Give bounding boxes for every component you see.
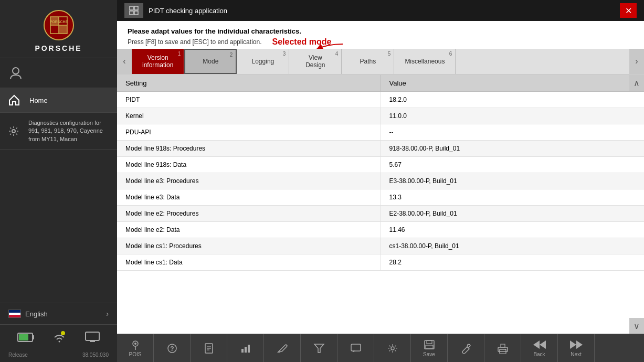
- toolbar-chat-btn[interactable]: [337, 334, 374, 362]
- tab-prev-btn[interactable]: ‹: [117, 49, 132, 74]
- home-nav-item[interactable]: Home: [0, 88, 117, 113]
- svg-point-21: [134, 343, 136, 345]
- svg-rect-37: [426, 345, 433, 348]
- setting-cell: Model line e2: Procedures: [117, 206, 381, 222]
- help-icon: ?: [166, 343, 178, 354]
- tab-miscellaneous[interactable]: 6 Miscellaneous: [394, 49, 456, 74]
- tab-next-btn[interactable]: ›: [629, 49, 644, 74]
- tab-view-design[interactable]: 4 ViewDesign: [289, 49, 342, 74]
- svg-rect-10: [33, 335, 34, 339]
- user-section: [0, 58, 117, 88]
- language-selector[interactable]: English ›: [0, 303, 117, 324]
- toolbar-save-btn[interactable]: Save: [411, 334, 448, 362]
- tab-version-information[interactable]: 1 Versioninformation: [132, 49, 184, 74]
- wifi-icon[interactable]: [51, 330, 67, 345]
- svg-point-7: [13, 68, 19, 74]
- release-label: Release: [8, 352, 28, 358]
- next-icon: [569, 339, 584, 350]
- svg-rect-30: [248, 345, 250, 353]
- setting-cell: Model line cs1: Data: [117, 254, 381, 271]
- home-label: Home: [29, 97, 48, 104]
- toolbar-pois-btn[interactable]: POIS: [117, 334, 154, 362]
- svg-point-34: [391, 347, 394, 350]
- table-row: Model line 918s: Procedures 918-38.00.00…: [117, 141, 644, 157]
- selected-mode-label: Selected mode: [272, 37, 331, 47]
- user-icon: [8, 66, 23, 80]
- toolbar-print-btn[interactable]: [484, 334, 521, 362]
- value-cell: 11.0.0: [381, 108, 644, 124]
- value-cell: E2-38.00.00-P, Build_01: [381, 206, 644, 222]
- setting-cell: Kernel: [117, 108, 381, 124]
- settings-icon: [387, 343, 398, 354]
- svg-rect-35: [425, 340, 434, 349]
- filter-icon: [313, 343, 325, 354]
- setting-cell: Model line e3: Data: [117, 189, 381, 206]
- display-icon[interactable]: [85, 330, 100, 345]
- edit-icon: [277, 343, 288, 354]
- toolbar-chart-btn[interactable]: [227, 334, 264, 362]
- toolbar-help-btn[interactable]: ?: [154, 334, 191, 362]
- tab-paths[interactable]: 5 Paths: [342, 49, 394, 74]
- document-icon: [203, 343, 215, 354]
- toolbar-filter-btn[interactable]: [301, 334, 337, 362]
- toolbar-settings-btn[interactable]: [374, 334, 411, 362]
- bottom-toolbar: POIS ?: [117, 334, 644, 362]
- value-cell: cs1-38.00.00-P, Build_01: [381, 238, 644, 254]
- save-icon: [424, 339, 435, 350]
- value-cell: E3-38.00.00-P, Build_01: [381, 173, 644, 189]
- table-row: Model line e3: Data 13.3: [117, 189, 644, 206]
- table-row: PIDT 18.2.0: [117, 92, 644, 108]
- table-row: Model line e2: Data 11.46: [117, 222, 644, 238]
- toolbar-next-btn[interactable]: Next: [558, 334, 595, 362]
- toolbar-tool-btn[interactable]: [448, 334, 484, 362]
- grid-view-btn[interactable]: [124, 3, 143, 18]
- value-cell: 18.2.0: [381, 92, 644, 108]
- svg-rect-17: [134, 6, 138, 10]
- svg-marker-44: [570, 340, 576, 349]
- app-title: PIDT checking application: [149, 7, 227, 15]
- value-cell: 28.2: [381, 254, 644, 271]
- chat-icon: [350, 343, 362, 354]
- setting-cell: PDU-API: [117, 124, 381, 141]
- chart-icon: [240, 343, 251, 354]
- svg-text:?: ?: [170, 345, 174, 353]
- svg-rect-29: [245, 347, 247, 353]
- toolbar-edit-btn[interactable]: [264, 334, 301, 362]
- tool-icon: [460, 343, 472, 354]
- value-cell: 5.67: [381, 157, 644, 173]
- close-button[interactable]: ✕: [620, 3, 637, 18]
- value-cell: 918-38.00.00-P, Build_01: [381, 141, 644, 157]
- svg-rect-33: [351, 344, 361, 351]
- svg-rect-19: [134, 11, 138, 15]
- tab-mode[interactable]: 2 Mode: [184, 49, 237, 74]
- scroll-up-btn[interactable]: ∧: [629, 75, 644, 91]
- header-info: Please adapt values for the individual c…: [117, 21, 644, 49]
- data-table-container: Setting Value PIDT 18.2.0 Kernel 11.0.0 …: [117, 75, 644, 334]
- svg-rect-18: [130, 11, 133, 15]
- header-sub-text: Press [F8] to save and [ESC] to end appl…: [128, 37, 634, 47]
- toolbar-back-btn[interactable]: Back: [521, 334, 558, 362]
- tab-logging[interactable]: 3 Logging: [237, 49, 289, 74]
- table-row: Model line 918s: Data 5.67: [117, 157, 644, 173]
- svg-point-12: [61, 331, 65, 335]
- setting-cell: Model line e2: Data: [117, 222, 381, 238]
- value-cell: --: [381, 124, 644, 141]
- release-info: Release 38.050.030: [0, 350, 117, 362]
- main-area: PIDT checking application ✕ Please adapt…: [117, 0, 644, 362]
- toolbar-doc-btn[interactable]: [191, 334, 227, 362]
- value-cell: 13.3: [381, 189, 644, 206]
- porsche-crest-icon: PORSCHE: [43, 9, 75, 41]
- logo-area: PORSCHE PORSCHE: [0, 0, 117, 58]
- setting-cell: PIDT: [117, 92, 381, 108]
- brand-name: PORSCHE: [35, 44, 82, 52]
- back-icon: [532, 339, 547, 350]
- scroll-down-btn[interactable]: ∨: [629, 318, 644, 334]
- chevron-right-icon: ›: [106, 310, 109, 318]
- gear-icon: [8, 126, 19, 136]
- diag-nav-item[interactable]: Diagnostics configuration for991, 981, 9…: [0, 113, 117, 150]
- battery-icon[interactable]: [17, 330, 35, 345]
- svg-rect-13: [86, 332, 99, 340]
- setting-cell: Model line 918s: Data: [117, 157, 381, 173]
- svg-rect-36: [427, 340, 432, 344]
- svg-rect-11: [19, 334, 28, 340]
